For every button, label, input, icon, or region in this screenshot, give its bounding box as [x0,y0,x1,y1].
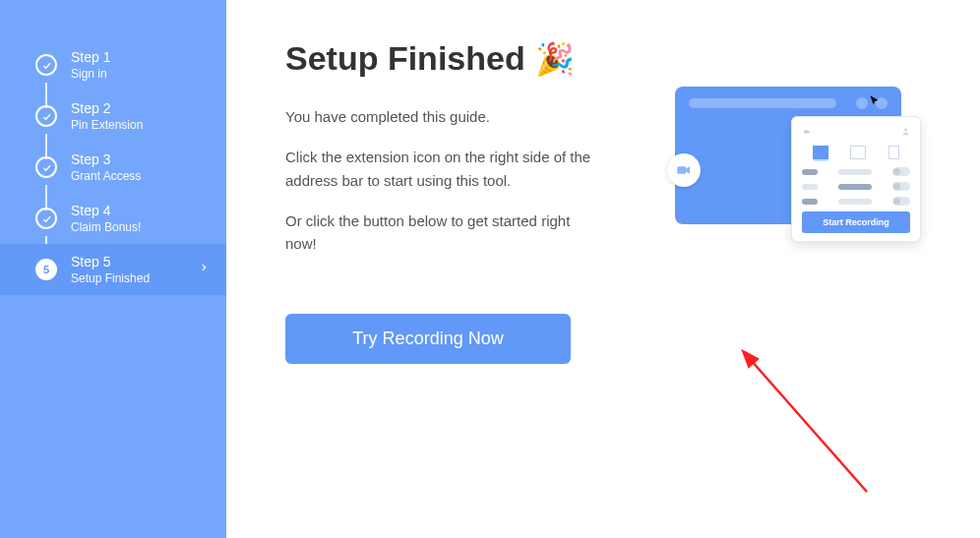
user-icon [901,127,910,138]
extension-illustration: Start Recording [675,87,921,224]
heading-text: Setup Finished [285,39,525,78]
check-icon [35,156,57,178]
start-recording-graphic-button: Start Recording [802,211,910,233]
step-subtitle: Pin Extension [71,118,143,132]
step-3[interactable]: Step 3 Grant Access [0,142,226,193]
step-title: Step 5 [71,254,150,269]
step-number-badge: 5 [35,259,57,280]
toolbar-dot-graphic [856,97,868,109]
step-subtitle: Grant Access [71,169,141,183]
step-5[interactable]: 5 Step 5 Setup Finished [0,244,226,295]
party-popper-icon: 🎉 [535,40,575,78]
step-title: Step 1 [71,49,110,65]
main-content: Setup Finished 🎉 You have completed this… [226,0,980,538]
check-icon [35,54,57,76]
step-4[interactable]: Step 4 Claim Bonus! [0,193,226,244]
tab-camera-icon [888,146,899,159]
step-1[interactable]: Step 1 Sign in [0,39,226,90]
extension-popup-graphic: Start Recording [791,116,921,242]
video-icon [802,127,812,138]
wizard-sidebar: Step 1 Sign in Step 2 Pin Extension Step… [0,0,226,538]
check-icon [35,105,57,127]
step-subtitle: Claim Bonus! [71,220,141,234]
annotation-arrow [739,344,896,511]
browser-frame-graphic: Start Recording [675,87,901,224]
step-title: Step 4 [71,203,141,218]
step-title: Step 2 [71,100,143,116]
step-2[interactable]: Step 2 Pin Extension [0,90,226,142]
tab-window-icon [850,146,866,159]
intro-paragraph-3: Or click the button below to get started… [285,209,600,256]
svg-rect-1 [804,130,808,133]
address-bar-graphic [689,98,836,108]
try-recording-button[interactable]: Try Recording Now [285,314,571,364]
step-title: Step 3 [71,151,141,167]
svg-line-3 [751,360,867,492]
chevron-right-icon [199,261,209,278]
step-subtitle: Sign in [71,67,110,81]
intro-paragraph-1: You have completed this guide. [285,105,600,128]
cursor-icon [868,94,882,112]
svg-rect-0 [677,166,686,174]
svg-point-2 [904,129,907,132]
step-subtitle: Setup Finished [71,271,150,285]
check-icon [35,208,57,229]
page-heading: Setup Finished 🎉 [285,39,933,78]
intro-paragraph-2: Click the extension icon on the right si… [285,146,600,192]
tab-screen-icon [813,146,828,159]
camera-badge-icon [667,153,701,187]
